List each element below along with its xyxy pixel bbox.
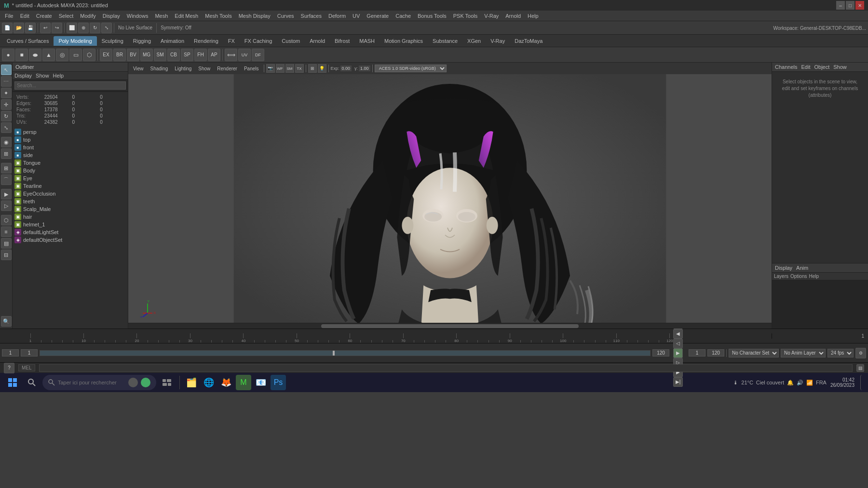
viewport-lighting-menu[interactable]: Lighting (172, 65, 194, 72)
search-button[interactable] (23, 375, 41, 390)
shelf-separate[interactable]: SP (181, 49, 193, 61)
help-sub-tab[interactable]: Help (809, 274, 819, 279)
command-input[interactable] (39, 364, 853, 372)
tab-mash[interactable]: MASH (354, 36, 380, 46)
menu-item-create[interactable]: Create (33, 12, 55, 20)
taskbar-search-box[interactable] (42, 375, 156, 390)
tab-motion-graphics[interactable]: Motion Graphics (380, 36, 428, 46)
channel-box-tool[interactable]: ▤ (1, 238, 12, 249)
close-button[interactable]: ✕ (855, 1, 864, 10)
layers-sub-tab[interactable]: Layers (774, 274, 788, 279)
menu-item-edit-mesh[interactable]: Edit Mesh (172, 12, 201, 20)
taskbar-explorer-app[interactable]: 🗂️ (184, 375, 199, 390)
current-frame-input[interactable] (2, 349, 19, 356)
menu-item-edit[interactable]: Edit (17, 12, 32, 20)
menu-item-display[interactable]: Display (100, 12, 123, 20)
taskbar-firefox-app[interactable]: 🦊 (218, 375, 234, 390)
help-button[interactable]: ? (4, 363, 14, 373)
outliner-item-side[interactable]: ■side (13, 151, 128, 159)
timeline-range-bar[interactable] (40, 350, 651, 356)
snap-grid-tool[interactable]: ⊞ (1, 163, 12, 173)
outliner-help-menu[interactable]: Help (53, 73, 64, 79)
tab-poly-modeling[interactable]: Poly Modeling (54, 36, 96, 46)
ipr-render-tool[interactable]: ▷ (1, 200, 12, 211)
menu-item-modify[interactable]: Modify (77, 12, 98, 20)
tab-bifrost[interactable]: Bifrost (330, 36, 354, 46)
fps-select[interactable]: 24 fps (827, 349, 854, 357)
menu-item-uv[interactable]: UV (350, 12, 363, 20)
show-tab[interactable]: Show (833, 64, 847, 70)
taskbar-maya-app[interactable]: M (236, 375, 251, 390)
shelf-deform[interactable]: DF (252, 49, 264, 61)
vp-colorspace-select[interactable]: ACES 1.0 SDR-video (sRGB) (375, 65, 447, 72)
outliner-item-helmet_1[interactable]: ▣helmet_1 (13, 221, 128, 228)
tab-rigging[interactable]: Rigging (128, 36, 156, 46)
rotate-button[interactable]: ↻ (90, 23, 100, 33)
outliner-item-teeth[interactable]: ▣teeth (13, 198, 128, 205)
open-scene-button[interactable]: 📂 (14, 23, 24, 33)
shelf-fill-hole[interactable]: FH (194, 49, 207, 61)
channels-tab[interactable]: Channels (775, 64, 797, 70)
paint-tool[interactable]: ✦ (1, 88, 12, 98)
range-end-input[interactable] (707, 349, 724, 356)
outliner-item-tongue[interactable]: ▣Tongue (13, 159, 128, 167)
attribute-editor-tool[interactable]: ≡ (1, 226, 12, 237)
anim-tab[interactable]: Anim (796, 265, 808, 271)
viewport-show-menu[interactable]: Show (195, 65, 213, 72)
rotate-tool[interactable]: ↻ (1, 111, 12, 121)
scale-button[interactable]: ⤡ (101, 23, 112, 33)
shelf-mirror[interactable]: ⟺ (225, 49, 237, 61)
anim-start-input[interactable] (21, 349, 38, 356)
show-manipulator-tool[interactable]: ⊞ (1, 148, 12, 159)
taskbar-photoshop-app[interactable]: Ps (271, 375, 286, 390)
outliner-item-defaultlightset[interactable]: ◈defaultLightSet (13, 228, 128, 236)
menu-item-mesh[interactable]: Mesh (152, 12, 171, 20)
start-button[interactable] (4, 375, 21, 390)
vp-texture-icon[interactable]: TX (295, 64, 304, 73)
tab-rendering[interactable]: Rendering (189, 36, 223, 46)
undo-button[interactable]: ↩ (40, 23, 51, 33)
transform-button[interactable]: ⊕ (78, 23, 89, 33)
viewport-renderer-menu[interactable]: Renderer (214, 65, 240, 72)
scale-tool[interactable]: ⤡ (1, 122, 12, 133)
tab-fx[interactable]: FX (223, 36, 240, 46)
tab-v-ray[interactable]: V-Ray (486, 36, 510, 46)
shelf-disc[interactable]: ⬡ (83, 49, 95, 61)
shelf-combine[interactable]: CB (167, 49, 180, 61)
edit-tab[interactable]: Edit (801, 64, 810, 70)
menu-item-mesh-tools[interactable]: Mesh Tools (202, 12, 234, 20)
timeline-scroll[interactable]: 1102030405060708090100110120 (25, 329, 675, 343)
range-start-input[interactable] (689, 349, 705, 356)
layer-editor-tool[interactable]: ⊟ (1, 250, 12, 260)
outliner-item-persp[interactable]: ■persp (13, 128, 128, 136)
tab-substance[interactable]: Substance (428, 36, 462, 46)
maximize-button[interactable]: □ (846, 1, 854, 10)
tray-language[interactable]: FRA (816, 380, 827, 385)
display-tab[interactable]: Display (775, 265, 792, 271)
outliner-item-top[interactable]: ■top (13, 136, 128, 144)
menu-item-curves[interactable]: Curves (274, 12, 297, 20)
vp-grid-icon[interactable]: ⊞ (308, 64, 317, 73)
tab-daztomaya[interactable]: DazToMaya (510, 36, 547, 46)
viewport[interactable]: View Shading Lighting Show Renderer Pane… (128, 63, 772, 329)
viewport-scrollbar-thumb[interactable] (321, 324, 579, 328)
shelf-append-poly[interactable]: AP (208, 49, 220, 61)
outliner-item-front[interactable]: ■front (13, 144, 128, 151)
shelf-cylinder[interactable]: ⬬ (29, 49, 41, 61)
menu-item-v-ray[interactable]: V-Ray (481, 12, 502, 20)
vp-smooth-icon[interactable]: SM (285, 64, 294, 73)
taskbar-edge-app[interactable]: 🌐 (201, 375, 217, 390)
menu-item-deform[interactable]: Deform (326, 12, 349, 20)
menu-item-mesh-display[interactable]: Mesh Display (236, 12, 273, 20)
soft-select-tool[interactable]: ◉ (1, 137, 12, 147)
tab-sculpting[interactable]: Sculpting (97, 36, 128, 46)
outliner-display-menu[interactable]: Display (14, 73, 32, 79)
vp-wireframe-icon[interactable]: WF (276, 64, 285, 73)
outliner-item-eye[interactable]: ▣Eye (13, 174, 128, 182)
tab-curves-/-surfaces[interactable]: Curves / Surfaces (2, 36, 54, 46)
menu-item-arnold[interactable]: Arnold (502, 12, 524, 20)
save-scene-button[interactable]: 💾 (25, 23, 36, 33)
shelf-bridge[interactable]: BR (113, 49, 126, 61)
shelf-merge[interactable]: MG (140, 49, 153, 61)
shelf-sphere[interactable]: ● (2, 49, 14, 61)
